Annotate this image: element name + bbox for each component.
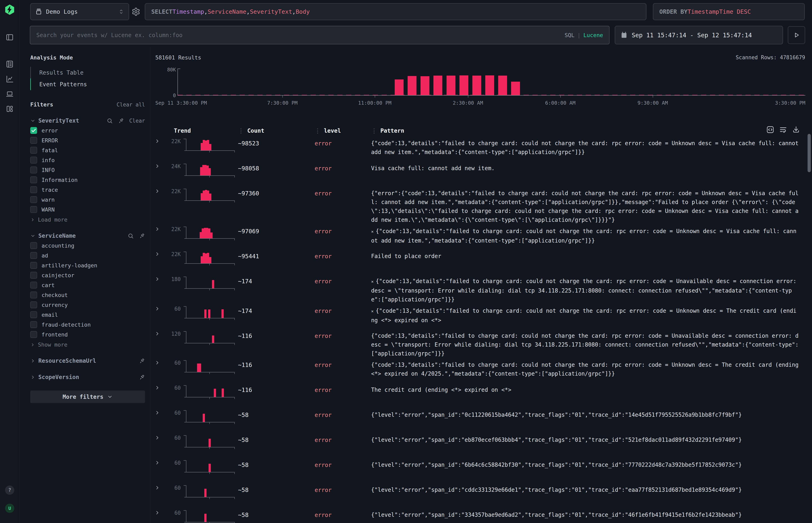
search-logs-icon[interactable] [6, 60, 14, 68]
expand-row-chevron[interactable] [155, 163, 165, 169]
filter-group-name[interactable]: ScopeVersion [38, 374, 79, 380]
clear-all-filters-button[interactable]: Clear all [117, 102, 145, 108]
column-drag-handle[interactable]: ⋮ [315, 127, 321, 134]
table-row[interactable]: 60~58error{"level":"error","span_id":"cd… [151, 483, 812, 508]
filter-group-header-ServiceName[interactable]: ServiceName [30, 233, 145, 239]
table-row[interactable]: 22K~97069error×{"code":13,"details":"fai… [151, 224, 812, 249]
help-button[interactable]: ? [5, 486, 14, 495]
checkbox[interactable] [30, 176, 37, 183]
json-view-icon[interactable] [766, 126, 774, 133]
expand-row-chevron[interactable] [155, 410, 165, 416]
expand-row-chevron[interactable] [155, 385, 165, 391]
filter-group-header-SeverityText[interactable]: SeverityTextClear [30, 118, 145, 124]
date-range-picker[interactable]: Sep 11 15:47:14 - Sep 12 15:47:14 [615, 26, 783, 44]
expand-row-chevron[interactable] [155, 251, 165, 257]
chevron-down-icon[interactable] [30, 233, 35, 238]
filter-option-trace[interactable]: trace [30, 186, 145, 193]
histogram-bar[interactable] [498, 76, 507, 95]
app-logo-icon[interactable] [4, 4, 15, 15]
checkbox[interactable] [30, 282, 37, 289]
pin-icon[interactable] [118, 118, 124, 124]
filter-option-checkout[interactable]: checkout [30, 291, 145, 299]
filter-option-warn[interactable]: warn [30, 196, 145, 203]
checkbox[interactable] [30, 137, 37, 144]
load-more-button[interactable]: Load more [30, 217, 145, 223]
filter-option-email[interactable]: email [30, 311, 145, 318]
table-row[interactable]: 60~174error×{"code":13,"details":"failed… [151, 304, 812, 329]
dashboards-icon[interactable] [6, 105, 14, 113]
checkbox[interactable] [30, 252, 37, 259]
expand-row-chevron[interactable] [155, 360, 165, 365]
expand-row-chevron[interactable] [155, 276, 165, 282]
expand-row-chevron[interactable] [155, 510, 165, 516]
run-query-button[interactable] [788, 26, 805, 44]
filter-option-WARN[interactable]: WARN [30, 206, 145, 213]
column-header-level[interactable]: level [324, 127, 341, 134]
checkbox[interactable] [30, 242, 37, 249]
filter-group-header-ResourceSchemaUrl[interactable]: ResourceSchemaUrl [30, 358, 145, 364]
column-drag-handle[interactable]: ⋮ [371, 127, 377, 134]
column-drag-handle[interactable]: ⋮ [238, 127, 244, 134]
filter-option-INFO[interactable]: INFO [30, 166, 145, 174]
expand-row-chevron[interactable] [155, 226, 165, 232]
checkbox[interactable] [30, 186, 37, 193]
filter-group-name[interactable]: ServiceName [38, 233, 76, 239]
table-row[interactable]: 24K~98058errorVisa cache full: cannot ad… [151, 161, 812, 186]
checkbox[interactable] [30, 302, 37, 308]
user-avatar[interactable]: U [5, 504, 14, 513]
wrap-text-icon[interactable] [779, 126, 787, 133]
filter-group-name[interactable]: ResourceSchemaUrl [38, 358, 96, 364]
chevron-down-icon[interactable] [30, 118, 35, 123]
filter-option-currency[interactable]: currency [30, 302, 145, 308]
pin-icon[interactable] [139, 233, 145, 239]
filter-option-error[interactable]: error [30, 127, 145, 134]
orderby-query-input[interactable]: ORDER BY TimestampTime DESC [653, 3, 805, 20]
histogram-bar[interactable] [446, 76, 455, 95]
table-row[interactable]: 60~58error{"level":"error","span_id":"6b… [151, 458, 812, 483]
table-row[interactable]: 60~58error{"level":"error","span_id":"eb… [151, 433, 812, 458]
checkbox[interactable] [30, 206, 37, 213]
table-row[interactable]: 60~116error{"code":13,"details":"failed … [151, 358, 812, 383]
expand-row-chevron[interactable] [155, 138, 165, 144]
table-row[interactable]: 60~58error{"level":"error","span_id":"0c… [151, 408, 812, 433]
histogram-bar[interactable] [459, 75, 468, 95]
search-input[interactable]: Search your events w/ Lucene ex. column:… [30, 26, 610, 44]
chart-explorer-icon[interactable] [6, 75, 14, 83]
checkbox[interactable] [30, 147, 37, 154]
select-query-input[interactable]: SELECT Timestamp, ServiceName, SeverityT… [145, 3, 647, 20]
table-row[interactable]: 22K~97360error{"error":{"code":13,"detai… [151, 186, 812, 224]
histogram-bar[interactable] [421, 76, 429, 95]
pin-icon[interactable] [139, 358, 145, 364]
filter-option-ad[interactable]: ad [30, 252, 145, 259]
filter-option-artillery-loadgen[interactable]: artillery-loadgen [30, 262, 145, 269]
filter-option-cainjector[interactable]: cainjector [30, 272, 145, 278]
table-row[interactable]: 60~58error{"level":"error","span_id":"33… [151, 508, 812, 523]
histogram-bar[interactable] [434, 76, 442, 95]
search-icon[interactable] [107, 118, 113, 124]
histogram-bar[interactable] [395, 79, 404, 95]
download-icon[interactable] [792, 126, 800, 133]
expand-row-chevron[interactable] [155, 188, 165, 194]
table-row[interactable]: 22K~98523error{"code":13,"details":"fail… [151, 136, 812, 161]
table-scrollbar[interactable] [808, 134, 811, 521]
source-select[interactable]: Demo Logs [30, 3, 129, 20]
histogram-bar[interactable] [485, 75, 494, 95]
more-filters-button[interactable]: More filters [30, 391, 145, 403]
filter-option-frontend[interactable]: frontend [30, 331, 145, 338]
chevron-right-icon[interactable] [30, 375, 35, 380]
panel-toggle-icon[interactable] [6, 33, 14, 41]
checkbox[interactable] [30, 291, 37, 299]
filter-group-header-ScopeVersion[interactable]: ScopeVersion [30, 374, 145, 380]
checkbox[interactable] [30, 331, 37, 338]
checkbox[interactable] [30, 196, 37, 203]
histogram-bar[interactable] [408, 76, 417, 95]
filter-group-name[interactable]: SeverityText [38, 118, 79, 124]
language-sql-option[interactable]: SQL [565, 32, 575, 38]
expand-row-chevron[interactable] [155, 435, 165, 440]
filter-option-accounting[interactable]: accounting [30, 242, 145, 249]
gear-icon[interactable] [131, 7, 140, 16]
scrollbar-thumb[interactable] [808, 134, 811, 172]
column-header-pattern[interactable]: Pattern [381, 127, 404, 134]
histogram-bar[interactable] [472, 76, 481, 95]
histogram-plot[interactable] [177, 70, 805, 95]
